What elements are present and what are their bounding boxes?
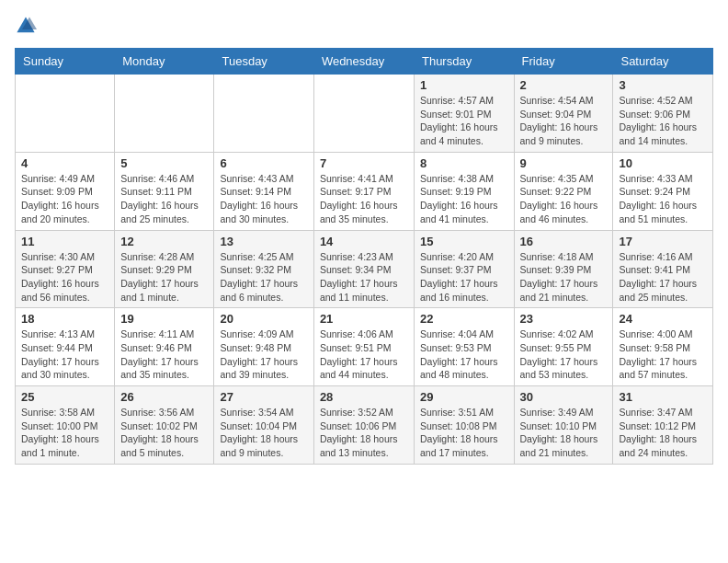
calendar-week-row: 11Sunrise: 4:30 AM Sunset: 9:27 PM Dayli… — [16, 230, 713, 308]
day-info: Sunrise: 4:43 AM Sunset: 9:14 PM Dayligh… — [220, 172, 307, 226]
calendar-cell: 25Sunrise: 3:58 AM Sunset: 10:00 PM Dayl… — [16, 386, 115, 465]
calendar-cell: 7Sunrise: 4:41 AM Sunset: 9:17 PM Daylig… — [313, 152, 414, 230]
day-info: Sunrise: 3:51 AM Sunset: 10:08 PM Daylig… — [420, 406, 508, 460]
calendar-week-row: 1Sunrise: 4:57 AM Sunset: 9:01 PM Daylig… — [16, 75, 713, 153]
calendar-cell: 28Sunrise: 3:52 AM Sunset: 10:06 PM Dayl… — [313, 386, 414, 465]
day-number: 21 — [320, 312, 408, 326]
calendar-cell: 18Sunrise: 4:13 AM Sunset: 9:44 PM Dayli… — [16, 308, 115, 386]
day-info: Sunrise: 4:23 AM Sunset: 9:34 PM Dayligh… — [320, 250, 408, 304]
calendar-cell: 30Sunrise: 3:49 AM Sunset: 10:10 PM Dayl… — [514, 386, 613, 465]
day-number: 7 — [320, 156, 408, 170]
day-number: 29 — [420, 390, 508, 404]
day-number: 13 — [220, 235, 307, 248]
day-info: Sunrise: 4:35 AM Sunset: 9:22 PM Dayligh… — [520, 172, 608, 226]
calendar-cell — [16, 75, 115, 153]
day-number: 30 — [520, 390, 608, 404]
day-number: 19 — [120, 312, 208, 326]
day-info: Sunrise: 4:11 AM Sunset: 9:46 PM Dayligh… — [120, 327, 208, 382]
day-number: 8 — [420, 156, 508, 170]
day-of-week-header: Saturday — [613, 49, 713, 75]
calendar-cell: 27Sunrise: 3:54 AM Sunset: 10:04 PM Dayl… — [214, 386, 313, 465]
calendar-cell: 17Sunrise: 4:16 AM Sunset: 9:41 PM Dayli… — [613, 230, 713, 308]
day-number: 4 — [21, 156, 108, 170]
day-info: Sunrise: 4:16 AM Sunset: 9:41 PM Dayligh… — [619, 250, 707, 304]
day-number: 28 — [320, 390, 408, 404]
calendar-cell — [115, 75, 214, 153]
calendar-cell: 24Sunrise: 4:00 AM Sunset: 9:58 PM Dayli… — [613, 308, 713, 386]
calendar-cell: 5Sunrise: 4:46 AM Sunset: 9:11 PM Daylig… — [115, 152, 214, 230]
day-info: Sunrise: 4:02 AM Sunset: 9:55 PM Dayligh… — [520, 327, 608, 382]
calendar-cell: 22Sunrise: 4:04 AM Sunset: 9:53 PM Dayli… — [414, 308, 514, 386]
day-number: 27 — [220, 390, 307, 404]
calendar-cell: 6Sunrise: 4:43 AM Sunset: 9:14 PM Daylig… — [214, 152, 313, 230]
day-number: 11 — [21, 235, 108, 248]
day-info: Sunrise: 4:54 AM Sunset: 9:04 PM Dayligh… — [520, 94, 608, 148]
day-number: 20 — [220, 312, 307, 326]
day-number: 6 — [220, 156, 307, 170]
calendar-cell: 9Sunrise: 4:35 AM Sunset: 9:22 PM Daylig… — [514, 152, 613, 230]
day-number: 18 — [21, 312, 108, 326]
day-info: Sunrise: 4:20 AM Sunset: 9:37 PM Dayligh… — [420, 250, 508, 304]
logo — [15, 15, 40, 37]
calendar-cell: 14Sunrise: 4:23 AM Sunset: 9:34 PM Dayli… — [313, 230, 414, 308]
calendar-cell: 1Sunrise: 4:57 AM Sunset: 9:01 PM Daylig… — [414, 75, 514, 153]
day-info: Sunrise: 4:52 AM Sunset: 9:06 PM Dayligh… — [619, 94, 707, 148]
day-number: 1 — [420, 78, 508, 92]
day-number: 25 — [21, 390, 108, 404]
calendar-cell — [214, 75, 313, 153]
day-info: Sunrise: 4:30 AM Sunset: 9:27 PM Dayligh… — [21, 250, 108, 304]
calendar-cell: 19Sunrise: 4:11 AM Sunset: 9:46 PM Dayli… — [115, 308, 214, 386]
day-info: Sunrise: 4:38 AM Sunset: 9:19 PM Dayligh… — [420, 172, 508, 226]
day-info: Sunrise: 3:47 AM Sunset: 10:12 PM Daylig… — [619, 406, 707, 460]
page-header — [15, 15, 713, 37]
day-of-week-header: Monday — [115, 49, 214, 75]
day-info: Sunrise: 4:13 AM Sunset: 9:44 PM Dayligh… — [21, 327, 108, 382]
calendar-header-row: SundayMondayTuesdayWednesdayThursdayFrid… — [16, 49, 713, 75]
day-of-week-header: Wednesday — [313, 49, 414, 75]
calendar-cell: 31Sunrise: 3:47 AM Sunset: 10:12 PM Dayl… — [613, 386, 713, 465]
day-of-week-header: Friday — [514, 49, 613, 75]
calendar-cell: 10Sunrise: 4:33 AM Sunset: 9:24 PM Dayli… — [613, 152, 713, 230]
day-number: 24 — [619, 312, 707, 326]
day-info: Sunrise: 4:25 AM Sunset: 9:32 PM Dayligh… — [220, 250, 307, 304]
calendar-week-row: 4Sunrise: 4:49 AM Sunset: 9:09 PM Daylig… — [16, 152, 713, 230]
calendar-cell: 12Sunrise: 4:28 AM Sunset: 9:29 PM Dayli… — [115, 230, 214, 308]
day-number: 3 — [619, 78, 707, 92]
calendar-table: SundayMondayTuesdayWednesdayThursdayFrid… — [15, 48, 713, 465]
calendar-cell: 11Sunrise: 4:30 AM Sunset: 9:27 PM Dayli… — [16, 230, 115, 308]
calendar-cell: 8Sunrise: 4:38 AM Sunset: 9:19 PM Daylig… — [414, 152, 514, 230]
calendar-cell: 21Sunrise: 4:06 AM Sunset: 9:51 PM Dayli… — [313, 308, 414, 386]
calendar-week-row: 25Sunrise: 3:58 AM Sunset: 10:00 PM Dayl… — [16, 386, 713, 465]
calendar-cell: 4Sunrise: 4:49 AM Sunset: 9:09 PM Daylig… — [16, 152, 115, 230]
day-number: 15 — [420, 235, 508, 248]
day-info: Sunrise: 4:41 AM Sunset: 9:17 PM Dayligh… — [320, 172, 408, 226]
day-info: Sunrise: 3:49 AM Sunset: 10:10 PM Daylig… — [520, 406, 608, 460]
day-number: 26 — [120, 390, 208, 404]
day-of-week-header: Tuesday — [214, 49, 313, 75]
day-number: 22 — [420, 312, 508, 326]
logo-icon — [15, 15, 37, 37]
calendar-week-row: 18Sunrise: 4:13 AM Sunset: 9:44 PM Dayli… — [16, 308, 713, 386]
day-info: Sunrise: 4:33 AM Sunset: 9:24 PM Dayligh… — [619, 172, 707, 226]
calendar-cell: 15Sunrise: 4:20 AM Sunset: 9:37 PM Dayli… — [414, 230, 514, 308]
calendar-cell: 26Sunrise: 3:56 AM Sunset: 10:02 PM Dayl… — [115, 386, 214, 465]
day-number: 16 — [520, 235, 608, 248]
day-info: Sunrise: 4:06 AM Sunset: 9:51 PM Dayligh… — [320, 327, 408, 382]
day-of-week-header: Thursday — [414, 49, 514, 75]
day-info: Sunrise: 4:04 AM Sunset: 9:53 PM Dayligh… — [420, 327, 508, 382]
day-number: 12 — [120, 235, 208, 248]
day-info: Sunrise: 3:52 AM Sunset: 10:06 PM Daylig… — [320, 406, 408, 460]
day-number: 5 — [120, 156, 208, 170]
calendar-cell: 13Sunrise: 4:25 AM Sunset: 9:32 PM Dayli… — [214, 230, 313, 308]
day-number: 10 — [619, 156, 707, 170]
calendar-cell: 3Sunrise: 4:52 AM Sunset: 9:06 PM Daylig… — [613, 75, 713, 153]
day-info: Sunrise: 4:18 AM Sunset: 9:39 PM Dayligh… — [520, 250, 608, 304]
day-number: 9 — [520, 156, 608, 170]
day-info: Sunrise: 4:57 AM Sunset: 9:01 PM Dayligh… — [420, 94, 508, 148]
day-number: 14 — [320, 235, 408, 248]
day-info: Sunrise: 4:28 AM Sunset: 9:29 PM Dayligh… — [120, 250, 208, 304]
day-info: Sunrise: 3:56 AM Sunset: 10:02 PM Daylig… — [120, 406, 208, 460]
day-number: 2 — [520, 78, 608, 92]
day-info: Sunrise: 4:09 AM Sunset: 9:48 PM Dayligh… — [220, 327, 307, 382]
day-info: Sunrise: 3:54 AM Sunset: 10:04 PM Daylig… — [220, 406, 307, 460]
